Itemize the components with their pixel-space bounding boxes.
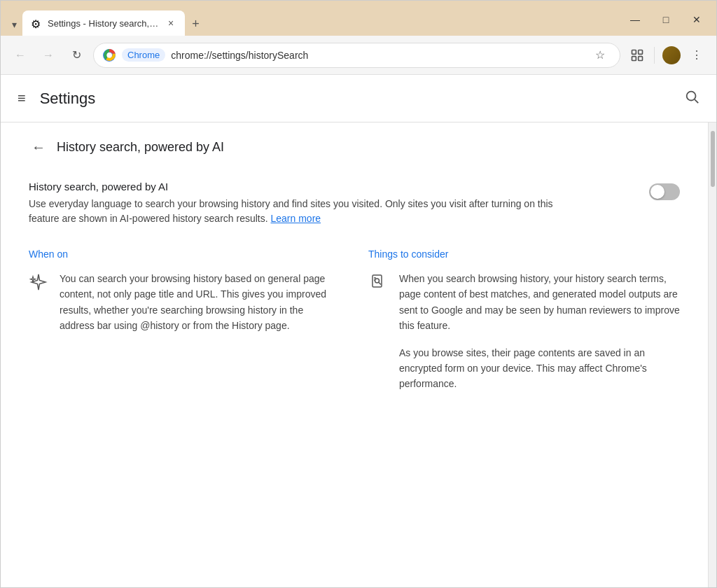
feature-description: Use everyday language to search your bro… bbox=[29, 197, 575, 226]
feature-toggle[interactable] bbox=[649, 183, 680, 200]
active-tab: ⚙ Settings - History search, powe × bbox=[22, 10, 185, 36]
feature-section: History search, powered by AI Use everyd… bbox=[29, 181, 680, 226]
tab-title: Settings - History search, powe bbox=[48, 18, 160, 29]
when-on-column: When on You can search your browsing his… bbox=[29, 248, 340, 403]
navigation-bar: ← → ↻ Chrome chrome://settings/historySe… bbox=[1, 36, 716, 75]
refresh-button[interactable]: ↻ bbox=[65, 44, 88, 66]
svg-point-9 bbox=[375, 279, 380, 283]
svg-line-7 bbox=[695, 99, 698, 103]
window-controls: — □ ✕ bbox=[621, 9, 711, 36]
svg-rect-5 bbox=[639, 56, 643, 60]
tab-bar: ▾ ⚙ Settings - History search, powe × + … bbox=[1, 1, 716, 36]
menu-button[interactable]: ⋮ bbox=[685, 44, 708, 66]
settings-header: ≡ Settings bbox=[1, 75, 716, 122]
svg-line-10 bbox=[379, 283, 381, 285]
tab-favicon: ⚙ bbox=[31, 18, 42, 29]
info-columns: When on You can search your browsing his… bbox=[29, 248, 680, 403]
bookmark-button[interactable]: ☆ bbox=[589, 44, 611, 66]
new-tab-button[interactable]: + bbox=[185, 13, 207, 36]
settings-main: ← History search, powered by AI History … bbox=[1, 122, 708, 587]
tab-dropdown-button[interactable]: ▾ bbox=[6, 13, 22, 36]
scrollbar-thumb[interactable] bbox=[711, 131, 715, 187]
settings-search-button[interactable] bbox=[681, 86, 702, 111]
when-on-item: You can search your browsing history bas… bbox=[29, 271, 340, 334]
close-button[interactable]: ✕ bbox=[683, 9, 711, 30]
things-to-consider-text1: When you search browsing history, your h… bbox=[399, 271, 680, 334]
toggle-knob bbox=[650, 185, 664, 199]
address-text: chrome://settings/historySearch bbox=[171, 50, 583, 61]
divider bbox=[654, 47, 655, 64]
scrollbar[interactable] bbox=[708, 122, 716, 587]
chrome-logo-icon bbox=[102, 48, 116, 62]
minimize-button[interactable]: — bbox=[621, 9, 649, 30]
tab-close-button[interactable]: × bbox=[165, 16, 176, 30]
things-to-consider-title: Things to consider bbox=[368, 248, 680, 260]
when-on-text: You can search your browsing history bas… bbox=[60, 271, 340, 334]
sparkle-icon bbox=[29, 272, 48, 292]
things-to-consider-item1: When you search browsing history, your h… bbox=[368, 271, 680, 403]
feature-title: History search, powered by AI bbox=[29, 181, 635, 192]
browser-window: ▾ ⚙ Settings - History search, powe × + … bbox=[0, 0, 717, 588]
toggle-container bbox=[649, 181, 680, 200]
settings-page: ≡ Settings ← History search, powered by … bbox=[1, 75, 716, 587]
page-back-button[interactable]: ← bbox=[29, 136, 48, 158]
back-button[interactable]: ← bbox=[9, 44, 32, 66]
search-privacy-icon bbox=[368, 272, 388, 292]
page-back-title: History search, powered by AI bbox=[57, 140, 224, 155]
svg-rect-2 bbox=[632, 50, 636, 54]
settings-content-wrapper: ← History search, powered by AI History … bbox=[1, 122, 716, 587]
page-back-header: ← History search, powered by AI bbox=[29, 136, 680, 158]
settings-menu-button[interactable]: ≡ bbox=[15, 88, 29, 109]
svg-rect-4 bbox=[632, 56, 636, 60]
things-to-consider-text2: As you browse sites, their page contents… bbox=[399, 345, 680, 392]
nav-actions: ⋮ bbox=[626, 44, 708, 66]
chrome-badge: Chrome bbox=[122, 48, 165, 62]
extensions-button[interactable] bbox=[626, 44, 648, 66]
svg-point-6 bbox=[687, 92, 696, 101]
forward-button[interactable]: → bbox=[37, 44, 60, 66]
things-to-consider-column: Things to consider bbox=[368, 248, 680, 403]
settings-title: Settings bbox=[40, 90, 670, 108]
address-bar[interactable]: Chrome chrome://settings/historySearch ☆ bbox=[93, 43, 620, 68]
things-to-consider-text-wrapper: When you search browsing history, your h… bbox=[399, 271, 680, 403]
learn-more-link[interactable]: Learn more bbox=[271, 213, 321, 224]
svg-rect-3 bbox=[639, 50, 643, 54]
svg-rect-8 bbox=[373, 275, 382, 287]
when-on-title: When on bbox=[29, 248, 340, 260]
avatar bbox=[662, 46, 681, 64]
maximize-button[interactable]: □ bbox=[652, 9, 680, 30]
feature-text: History search, powered by AI Use everyd… bbox=[29, 181, 635, 226]
profile-button[interactable] bbox=[660, 44, 683, 66]
